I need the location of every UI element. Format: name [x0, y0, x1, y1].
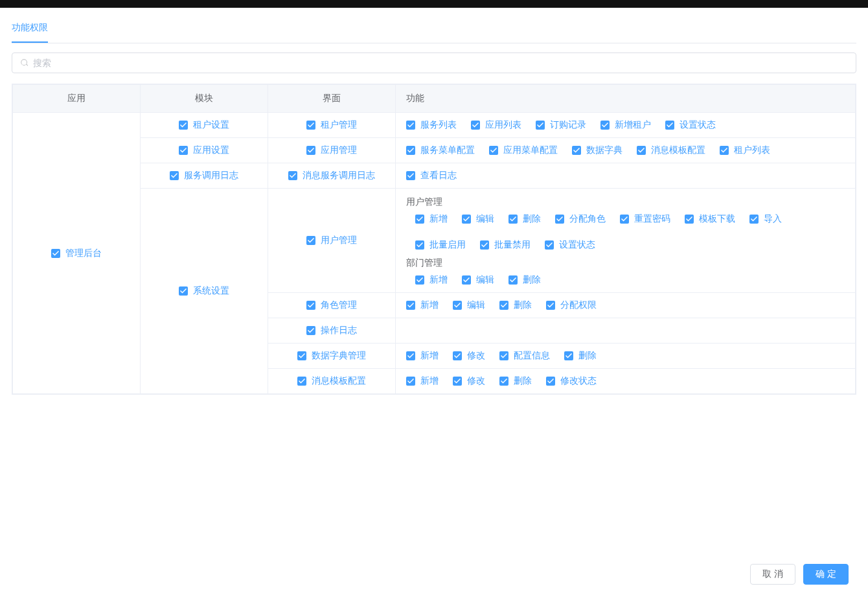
func-g3b-0[interactable]: 新增	[415, 274, 448, 286]
checkbox-label: 系统设置	[193, 285, 229, 297]
func-r4-0[interactable]: 新增	[406, 299, 439, 311]
checkbox-label: 应用设置	[193, 145, 229, 156]
checkbox-icon	[508, 215, 518, 224]
checkbox-label: 新增	[420, 375, 439, 387]
checkbox-icon	[51, 249, 60, 258]
func-r4-2[interactable]: 删除	[499, 299, 532, 311]
if-role-manage[interactable]: 角色管理	[306, 299, 357, 311]
checkbox-icon	[637, 146, 646, 155]
interface-cell: 角色管理	[268, 293, 396, 318]
checkbox-icon	[179, 286, 188, 296]
checkbox-icon	[453, 377, 462, 386]
func-g3a-7[interactable]: 批量启用	[415, 239, 466, 251]
func-r7-1[interactable]: 修改	[453, 375, 485, 387]
checkbox-label: 租户设置	[193, 119, 229, 131]
checkbox-icon	[297, 351, 306, 360]
search-input[interactable]	[33, 53, 848, 73]
checkbox-label: 数据字典管理	[312, 350, 366, 362]
if-tenant-manage[interactable]: 租户管理	[306, 119, 357, 131]
func-r0-2[interactable]: 订购记录	[536, 119, 586, 131]
checkbox-icon	[546, 301, 555, 310]
checkbox-label: 设置状态	[559, 239, 595, 251]
func-r0-1[interactable]: 应用列表	[471, 119, 521, 131]
func-g3a-0[interactable]: 新增	[415, 213, 448, 225]
checkbox-label: 新增	[429, 213, 448, 225]
func-group-title: 用户管理	[406, 196, 845, 208]
if-msg-service-log[interactable]: 消息服务调用日志	[288, 170, 375, 181]
func-r0-0[interactable]: 服务列表	[406, 119, 457, 131]
checkbox-icon	[665, 121, 674, 130]
checkbox-icon	[545, 240, 554, 250]
module-service-log[interactable]: 服务调用日志	[170, 170, 238, 181]
if-op-log[interactable]: 操作日志	[306, 325, 357, 336]
if-app-manage[interactable]: 应用管理	[306, 145, 357, 156]
func-g3a-6[interactable]: 导入	[749, 213, 782, 225]
checkbox-label: 订购记录	[550, 119, 586, 131]
func-g3a-4[interactable]: 重置密码	[620, 213, 670, 225]
checkbox-label: 操作日志	[321, 325, 357, 336]
func-cell: 新增修改删除修改状态	[396, 369, 856, 394]
func-r6-1[interactable]: 修改	[453, 350, 485, 362]
checkbox-label: 编辑	[476, 274, 494, 286]
func-g3b-1[interactable]: 编辑	[462, 274, 494, 286]
func-row: 新增编辑删除分配权限	[406, 299, 845, 311]
func-g3b-2[interactable]: 删除	[508, 274, 541, 286]
module-cell: 系统设置	[141, 189, 268, 394]
func-r7-0[interactable]: 新增	[406, 375, 439, 387]
table-row: 管理后台租户设置租户管理服务列表应用列表订购记录新增租户设置状态	[13, 113, 856, 138]
app-admin-backend[interactable]: 管理后台	[51, 248, 102, 259]
tab-functional-permissions[interactable]: 功能权限	[12, 17, 48, 43]
func-g3a-9[interactable]: 设置状态	[545, 239, 595, 251]
confirm-button[interactable]: 确 定	[803, 564, 849, 585]
cancel-button[interactable]: 取 消	[750, 564, 795, 585]
func-row: 新增修改删除修改状态	[406, 375, 845, 387]
checkbox-icon	[406, 121, 415, 130]
func-r1-3[interactable]: 消息模板配置	[637, 145, 705, 156]
checkbox-icon	[620, 215, 629, 224]
func-g3a-8[interactable]: 批量禁用	[480, 239, 531, 251]
if-user-manage[interactable]: 用户管理	[306, 235, 357, 246]
func-r2-0[interactable]: 查看日志	[406, 170, 457, 181]
func-g3a-3[interactable]: 分配角色	[555, 213, 606, 225]
permissions-table: 应用 模块 界面 功能 管理后台租户设置租户管理服务列表应用列表订购记录新增租户…	[12, 84, 856, 395]
func-r4-3[interactable]: 分配权限	[546, 299, 597, 311]
checkbox-icon	[306, 326, 315, 335]
func-r7-2[interactable]: 删除	[499, 375, 532, 387]
checkbox-icon	[415, 240, 424, 250]
func-cell: 服务菜单配置应用菜单配置数据字典消息模板配置租户列表	[396, 138, 856, 163]
module-cell: 服务调用日志	[141, 163, 268, 189]
checkbox-label: 分配角色	[569, 213, 606, 225]
func-r1-2[interactable]: 数据字典	[572, 145, 622, 156]
checkbox-icon	[685, 215, 694, 224]
func-r7-3[interactable]: 修改状态	[546, 375, 597, 387]
checkbox-label: 服务调用日志	[184, 170, 238, 181]
checkbox-label: 模板下载	[699, 213, 735, 225]
func-g3a-1[interactable]: 编辑	[462, 213, 494, 225]
func-g3a-2[interactable]: 删除	[508, 213, 541, 225]
checkbox-label: 设置状态	[680, 119, 716, 131]
func-g3a-5[interactable]: 模板下载	[685, 213, 735, 225]
interface-cell: 消息模板配置	[268, 369, 396, 394]
func-r6-0[interactable]: 新增	[406, 350, 439, 362]
func-r6-2[interactable]: 配置信息	[499, 350, 550, 362]
func-r1-1[interactable]: 应用菜单配置	[489, 145, 558, 156]
func-r0-3[interactable]: 新增租户	[600, 119, 651, 131]
checkbox-icon	[406, 171, 415, 180]
module-app-settings[interactable]: 应用设置	[179, 145, 229, 156]
checkbox-label: 消息模板配置	[651, 145, 705, 156]
func-r1-0[interactable]: 服务菜单配置	[406, 145, 475, 156]
func-r1-4[interactable]: 租户列表	[720, 145, 770, 156]
func-r0-4[interactable]: 设置状态	[665, 119, 716, 131]
if-data-dict[interactable]: 数据字典管理	[297, 350, 366, 362]
checkbox-label: 用户管理	[321, 235, 357, 246]
checkbox-label: 服务菜单配置	[420, 145, 475, 156]
func-row: 新增编辑删除	[406, 274, 845, 286]
checkbox-icon	[572, 146, 581, 155]
checkbox-icon	[179, 121, 188, 130]
module-tenant-settings[interactable]: 租户设置	[179, 119, 229, 131]
func-r4-1[interactable]: 编辑	[453, 299, 485, 311]
if-msg-template[interactable]: 消息模板配置	[297, 375, 366, 387]
func-r6-3[interactable]: 删除	[564, 350, 597, 362]
checkbox-icon	[288, 171, 297, 180]
module-system-settings[interactable]: 系统设置	[179, 285, 229, 297]
